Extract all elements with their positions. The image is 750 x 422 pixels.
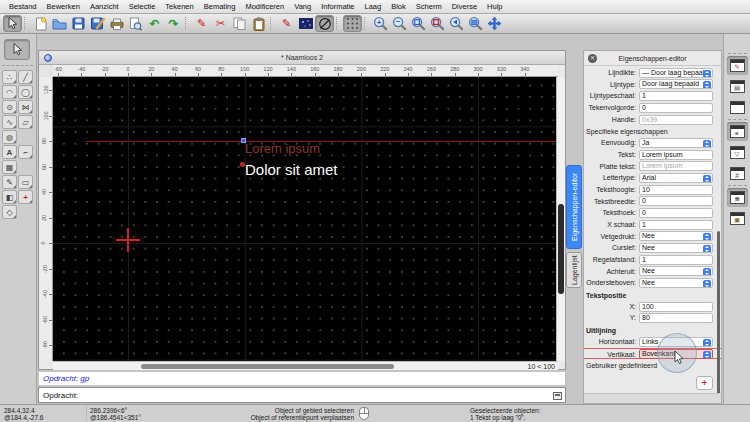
vertical-scrollbar-thumb[interactable] xyxy=(558,204,564,294)
circle-tool[interactable]: ◯ xyxy=(18,85,33,99)
bitmap-button[interactable] xyxy=(296,15,315,32)
field-tekenvolgorde[interactable]: 0 xyxy=(639,103,713,113)
field-lijntypeschaal[interactable]: 1 xyxy=(639,91,713,101)
dropdown-stepper-icon[interactable] xyxy=(703,339,711,347)
print-button[interactable] xyxy=(107,15,126,32)
menu-bewerken[interactable]: Bewerken xyxy=(42,2,85,11)
field-teksthoek[interactable]: 0 xyxy=(639,208,713,218)
draw-pencil-button[interactable]: ✎ xyxy=(277,15,296,32)
shape-tool[interactable]: ▱ xyxy=(18,115,33,129)
command-line[interactable]: Opdracht: xyxy=(38,387,566,403)
menu-modificeren[interactable]: Modificeren xyxy=(240,2,289,11)
horizontal-scrollbar[interactable]: 10 < 100 xyxy=(53,361,558,370)
vertical-scrollbar[interactable] xyxy=(556,77,565,361)
leader-tool[interactable]: + xyxy=(18,190,33,204)
zoom-out-button[interactable]: − xyxy=(390,15,409,32)
menu-selectie[interactable]: Selectie xyxy=(124,2,161,11)
text-entity-lorem[interactable]: Lorem ipsum xyxy=(245,141,320,156)
zoom-selection-button[interactable] xyxy=(428,15,447,32)
image-tool[interactable]: ▦ xyxy=(2,160,17,174)
text-entity-dolor[interactable]: Dolor sit amet xyxy=(245,161,338,178)
zoom-in-button[interactable]: + xyxy=(371,15,390,32)
pan-button[interactable] xyxy=(485,15,504,32)
menu-bemating[interactable]: Bemating xyxy=(199,2,241,11)
field-regelafstand[interactable]: 1 xyxy=(639,255,713,265)
horizontal-dimension-tool[interactable]: ▭ xyxy=(18,175,33,189)
reference-dock-button[interactable]: # xyxy=(727,164,748,183)
drawing-window-titlebar[interactable]: * Naamloos 2 xyxy=(39,51,565,65)
drawing-canvas[interactable]: Lorem ipsum Dolor sit amet xyxy=(53,77,558,361)
tab-layer-list[interactable]: Lagenlijst xyxy=(566,252,582,288)
dimension-tool[interactable]: ⌐ xyxy=(18,145,33,159)
dropdown-stepper-icon[interactable] xyxy=(703,245,711,253)
auto-zoom-button[interactable] xyxy=(409,15,428,32)
layer-list-dock-button[interactable]: ▤ xyxy=(727,77,748,96)
clipboard-dock-button[interactable]: ▣ xyxy=(727,209,748,228)
menu-vang[interactable]: Vang xyxy=(289,2,316,11)
line-entity[interactable] xyxy=(86,141,558,142)
select-tool-button[interactable] xyxy=(3,15,22,32)
dropdown-stepper-icon[interactable] xyxy=(703,280,711,288)
field-lijndikte[interactable]: — Door laag bepaald xyxy=(639,68,713,78)
field-cursief[interactable]: Nee xyxy=(639,243,713,253)
paste-button[interactable] xyxy=(249,15,268,32)
dropdown-stepper-icon[interactable] xyxy=(703,268,711,276)
menu-tekenen[interactable]: Tekenen xyxy=(160,2,198,11)
dropdown-stepper-icon[interactable] xyxy=(703,351,711,359)
selection-arrow-button[interactable] xyxy=(4,39,30,60)
menu-scherm[interactable]: Scherm xyxy=(411,2,447,11)
boolean-tool[interactable]: ◧ xyxy=(2,190,17,204)
redo-button[interactable]: ↷ xyxy=(164,15,183,32)
horizontal-scrollbar-thumb[interactable] xyxy=(141,364,394,370)
selection-filter-dock-button[interactable]: ▽ xyxy=(727,143,748,162)
field-tekstbreedte[interactable]: 0 xyxy=(639,196,713,206)
arc-tool[interactable]: ◠ xyxy=(2,85,17,99)
property-editor-dock-button[interactable]: ✎ xyxy=(727,56,748,75)
measure-tool[interactable]: ✎ xyxy=(2,175,17,189)
field-tekst[interactable]: Lorem ipsum xyxy=(639,150,713,160)
dropdown-stepper-icon[interactable] xyxy=(703,175,711,183)
field-lijntype[interactable]: Door laag bepaald xyxy=(639,79,713,89)
panel-close-icon[interactable]: ✕ xyxy=(588,54,597,63)
dropdown-stepper-icon[interactable] xyxy=(703,233,711,241)
print-preview-button[interactable] xyxy=(126,15,145,32)
open-file-button[interactable] xyxy=(50,15,69,32)
menu-diverse[interactable]: Diverse xyxy=(447,2,482,11)
command-list-dock-button[interactable]: ≡ xyxy=(727,122,748,141)
keyboard-icon[interactable] xyxy=(553,392,562,400)
save-button[interactable] xyxy=(69,15,88,32)
points-tool[interactable]: ∴ xyxy=(2,70,17,84)
field-handle[interactable]: 0x39 xyxy=(639,115,713,125)
edit-pencil-button[interactable]: ✎ xyxy=(192,15,211,32)
dropdown-stepper-icon[interactable] xyxy=(703,140,711,148)
zoom-window-button[interactable] xyxy=(466,15,485,32)
field-lettertype[interactable]: Arial xyxy=(639,173,713,183)
line-tool[interactable]: ╱ xyxy=(18,70,33,84)
block-list-dock-button[interactable] xyxy=(727,98,748,117)
spline-tool[interactable]: ⋈ xyxy=(18,100,33,114)
command-input[interactable] xyxy=(78,391,565,400)
dropdown-stepper-icon[interactable] xyxy=(703,70,711,78)
field-ondersteboven[interactable]: Nee xyxy=(639,278,713,288)
add-custom-property-button[interactable]: + xyxy=(696,376,713,390)
new-file-button[interactable] xyxy=(31,15,50,32)
polyline-tool[interactable]: ∿ xyxy=(2,115,17,129)
tab-property-editor[interactable]: Eigenschappen-editor xyxy=(566,165,582,249)
menu-aanzicht[interactable]: Aanzicht xyxy=(85,2,124,11)
field-teksthoogte[interactable]: 10 xyxy=(639,185,713,195)
menu-hulp[interactable]: Hulp xyxy=(482,2,507,11)
field-eenvoudig[interactable]: Ja xyxy=(639,138,713,148)
panel-scrollbar-thumb[interactable] xyxy=(717,231,720,397)
menu-laag[interactable]: Laag xyxy=(360,2,387,11)
field-vetgedrukt[interactable]: Nee xyxy=(639,231,713,241)
ellipse-tool[interactable]: ⊙ xyxy=(2,100,17,114)
text-tool[interactable]: A xyxy=(2,145,17,159)
no-fill-toggle-button[interactable] xyxy=(315,15,334,32)
solid-tool[interactable]: ◇ xyxy=(2,205,17,219)
save-as-button[interactable] xyxy=(88,15,107,32)
field-x[interactable]: 100 xyxy=(639,302,713,312)
field-platte-tekst[interactable]: Lorem ipsum xyxy=(639,161,713,171)
menu-informatie[interactable]: Informatie xyxy=(316,2,359,11)
grid-toggle-button[interactable] xyxy=(343,15,362,32)
field-x-schaal[interactable]: 1 xyxy=(639,220,713,230)
